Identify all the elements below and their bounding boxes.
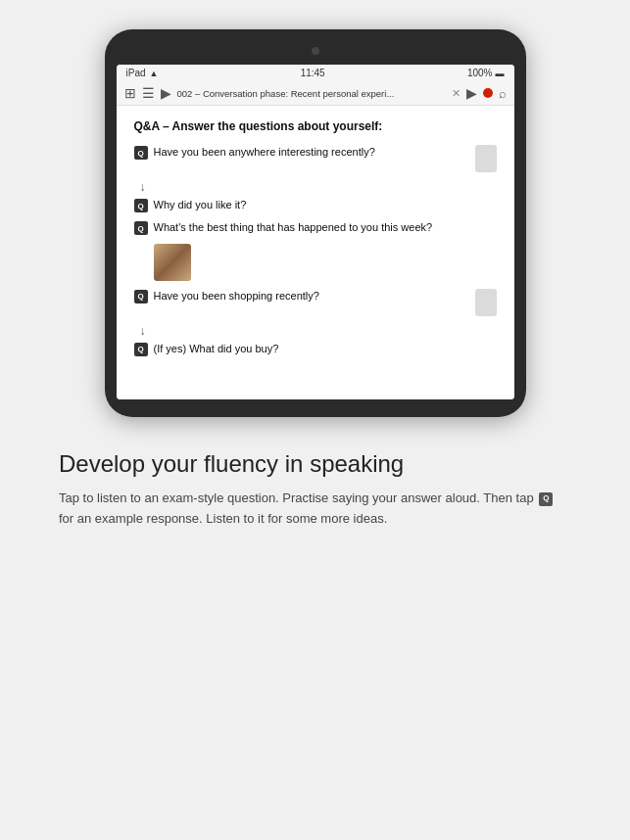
status-bar-right: 100% ▬ (467, 68, 505, 78)
tablet-screen: iPad ▲ 11:45 100% ▬ ⊞ ☰ ▶ 002 – Conversa… (117, 65, 514, 399)
q-text-4: Have you been shopping recently? (154, 289, 469, 303)
q-badge-3: Q (134, 221, 148, 235)
status-bar: iPad ▲ 11:45 100% ▬ (117, 65, 514, 81)
section-title: Q&A – Answer the questions about yoursel… (134, 119, 497, 133)
q-text-3: What's the best thing that has happened … (154, 220, 497, 235)
tablet-device: iPad ▲ 11:45 100% ▬ ⊞ ☰ ▶ 002 – Conversa… (105, 29, 526, 417)
qa-item-4[interactable]: Q Have you been shopping recently? (134, 289, 497, 316)
grid-icon[interactable]: ⊞ (124, 85, 136, 101)
record-button[interactable] (483, 88, 493, 98)
q-text-1: Have you been anywhere interesting recen… (154, 145, 469, 160)
q-badge-4: Q (134, 290, 148, 303)
promo-section: Develop your fluency in speaking Tap to … (0, 417, 630, 561)
photo-image (154, 244, 191, 281)
battery-icon: ▬ (495, 69, 504, 78)
search-icon[interactable]: ⌕ (499, 86, 507, 101)
q-badge-1: Q (134, 146, 148, 160)
play-icon[interactable]: ▶ (161, 85, 171, 101)
photo-block (154, 244, 497, 281)
q-badge-2: Q (134, 199, 148, 212)
photo-thumbnail (154, 244, 191, 281)
q-text-2: Why did you like it? (154, 198, 497, 212)
battery-label: 100% (467, 68, 493, 78)
inline-q-badge: Q (539, 492, 553, 506)
qa-item-3[interactable]: Q What's the best thing that has happene… (134, 220, 497, 235)
ipad-label: iPad (126, 68, 146, 78)
forward-icon[interactable]: ▶ (466, 85, 477, 101)
status-bar-time: 11:45 (301, 68, 325, 78)
tablet-camera (312, 47, 319, 55)
status-bar-left: iPad ▲ (126, 68, 159, 78)
promo-title: Develop your fluency in speaking (59, 448, 571, 479)
q-badge-5: Q (134, 343, 148, 356)
app-toolbar: ⊞ ☰ ▶ 002 – Conversation phase: Recent p… (117, 81, 514, 106)
promo-desc-part2: for an example response. Listen to it fo… (59, 511, 387, 526)
wifi-icon: ▲ (150, 69, 159, 78)
qa-item-2[interactable]: Q Why did you like it? (134, 198, 497, 212)
audio-icon-1[interactable] (475, 145, 497, 172)
audio-icon-4[interactable] (475, 289, 497, 316)
close-button[interactable]: ✕ (452, 87, 460, 100)
promo-desc-part1: Tap to listen to an exam-style question.… (59, 490, 534, 505)
arrow-down-4: ↓ (140, 324, 497, 338)
q-text-5: (If yes) What did you buy? (154, 342, 497, 356)
tablet-top-bar (117, 47, 514, 65)
qa-item-5[interactable]: Q (If yes) What did you buy? (134, 342, 497, 356)
qa-item-1[interactable]: Q Have you been anywhere interesting rec… (134, 145, 497, 172)
content-area: Q&A – Answer the questions about yoursel… (117, 106, 514, 399)
list-icon[interactable]: ☰ (142, 85, 155, 101)
arrow-down-1: ↓ (140, 180, 497, 194)
promo-description: Tap to listen to an exam-style question.… (59, 489, 571, 530)
toolbar-title: 002 – Conversation phase: Recent persona… (177, 88, 446, 99)
